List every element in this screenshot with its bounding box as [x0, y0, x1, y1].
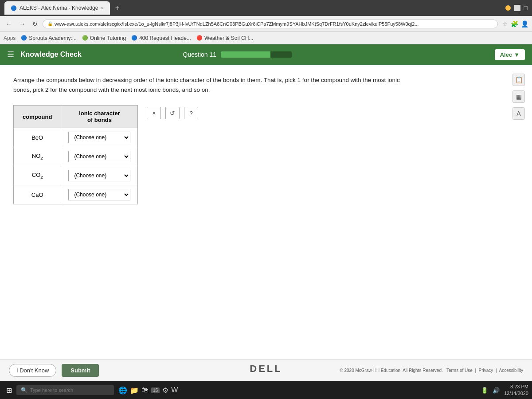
table-row: BeO (Choose one) 1 2 3 4	[14, 128, 138, 147]
progress-bar	[221, 51, 292, 58]
dropdown-cell-beo: (Choose one) 1 2 3 4	[61, 128, 138, 147]
lock-icon: 🔒	[47, 21, 53, 26]
new-tab-button[interactable]: +	[115, 4, 119, 12]
bookmark-400[interactable]: 🔵 400 Request Heade...	[131, 35, 191, 41]
400-icon: 🔵	[131, 35, 137, 41]
taskbar-edge-icon[interactable]: 🌐	[118, 386, 127, 395]
table-row: CO2 (Choose one) 1 2 3 4	[14, 166, 138, 185]
user-menu-button[interactable]: Alec ▼	[495, 49, 525, 60]
battery-icon: 🔋	[481, 387, 488, 394]
table-actions: × ↺ ?	[147, 105, 198, 119]
taskbar: ⊞ 🔍 🌐 📁 🛍 15 ⚙ W 🔋 🔊 8:23 PM 12/14/2020	[0, 381, 532, 399]
table-wrapper: compound ionic character of bonds BeO (C…	[13, 105, 519, 204]
back-button[interactable]: ←	[4, 20, 14, 28]
browser-tab[interactable]: 🔵 ALEKS - Alec Nema - Knowledge ×	[4, 1, 110, 15]
forward-button[interactable]: →	[17, 20, 27, 28]
taskbar-15-badge: 15	[151, 387, 160, 393]
table-row: CaO (Choose one) 1 2 3 4	[14, 185, 138, 204]
user-name: Alec	[500, 51, 512, 58]
refresh-button[interactable]: ↻	[30, 20, 40, 28]
title-bar: 🔵 ALEKS - Alec Nema - Knowledge × + □	[0, 0, 532, 16]
dropdown-no2[interactable]: (Choose one) 1 2 3 4	[68, 151, 130, 162]
aleks-header: ☰ Knowledge Check Question 11 Alec ▼	[0, 44, 532, 65]
compound-cao: CaO	[14, 185, 61, 204]
clock: 8:23 PM 12/14/2020	[504, 383, 528, 397]
tab-title: ALEKS - Alec Nema - Knowledge	[20, 5, 98, 11]
profile-icon[interactable]: 👤	[521, 20, 528, 27]
dropdown-cell-no2: (Choose one) 1 2 3 4	[61, 147, 138, 166]
compound-table: compound ionic character of bonds BeO (C…	[13, 105, 138, 204]
date-display: 12/14/2020	[504, 390, 528, 397]
question-label: Question 11	[183, 51, 292, 58]
compound-beo: BeO	[14, 128, 61, 147]
chevron-down-icon: ▼	[514, 51, 520, 58]
col-ionic-line2: of bonds	[87, 117, 112, 123]
extensions-icon[interactable]: 🧩	[511, 20, 518, 27]
apps-label: Apps	[4, 35, 16, 41]
dropdown-cell-cao: (Choose one) 1 2 3 4	[61, 185, 138, 204]
dropdown-beo[interactable]: (Choose one) 1 2 3 4	[68, 132, 130, 143]
col-ionic-line1: ionic character	[79, 110, 120, 117]
col-compound-header: compound	[14, 106, 61, 128]
tab-close-icon[interactable]: ×	[101, 5, 103, 11]
copyright-main: © 2020 McGraw-Hill Education. All Rights…	[340, 368, 442, 373]
tutoring-icon: 🟢	[82, 35, 88, 41]
tab-favicon: 🔵	[11, 5, 17, 11]
bookmark-star-icon[interactable]: ☆	[502, 20, 508, 27]
dropdown-cao[interactable]: (Choose one) 1 2 3 4	[68, 189, 130, 200]
bookmark-400-label: 400 Request Heade...	[139, 35, 191, 41]
search-input[interactable]	[30, 387, 101, 393]
sprouts-icon: 🔵	[21, 35, 27, 41]
taskbar-folder-icon[interactable]: 📁	[130, 386, 139, 395]
taskbar-chrome-icon[interactable]: ⚙	[162, 386, 168, 395]
question-text: Arrange the compounds below in decreasin…	[13, 75, 412, 94]
text-icon[interactable]: A	[512, 107, 525, 120]
search-box: 🔍	[16, 385, 114, 395]
url-bar[interactable]: 🔒 www-awu.aleks.com/alekscgi/x/Isl.exe/1…	[43, 20, 498, 28]
bookmark-tutoring-label: Online Tutoring	[90, 35, 126, 41]
app-title: Knowledge Check	[20, 51, 82, 59]
bookmark-weather[interactable]: 🔴 Weather & Soil CH...	[196, 35, 253, 41]
menu-icon[interactable]: ☰	[7, 50, 14, 59]
dropdown-co2[interactable]: (Choose one) 1 2 3 4	[68, 170, 130, 181]
side-icons-panel: 📋 ▦ A	[512, 74, 525, 120]
dropdown-cell-co2: (Choose one) 1 2 3 4	[61, 166, 138, 185]
taskbar-store-icon[interactable]: 🛍	[141, 386, 149, 394]
time-display: 8:23 PM	[504, 383, 528, 390]
copyright-text: © 2020 McGraw-Hill Education. All Rights…	[340, 368, 523, 373]
address-bar: ← → ↻ 🔒 www-awu.aleks.com/alekscgi/x/Isl…	[0, 16, 532, 32]
start-button[interactable]: ⊞	[4, 384, 15, 396]
clear-button[interactable]: ×	[147, 107, 161, 119]
help-button[interactable]: ?	[184, 107, 198, 119]
taskbar-app-icons: 🌐 📁 🛍 15 ⚙ W	[118, 386, 178, 395]
close-button[interactable]: □	[524, 4, 528, 12]
chart-icon[interactable]: ▦	[512, 90, 525, 103]
privacy-link[interactable]: Privacy	[479, 368, 493, 373]
weather-icon: 🔴	[196, 35, 203, 41]
table-row: NO2 (Choose one) 1 2 3 4	[14, 147, 138, 166]
compound-co2: CO2	[14, 166, 61, 185]
maximize-button[interactable]	[514, 5, 520, 11]
main-content: 📋 ▦ A Arrange the compounds below in dec…	[0, 65, 532, 359]
col-ionic-header: ionic character of bonds	[61, 106, 138, 128]
search-icon: 🔍	[21, 387, 27, 393]
dont-know-button[interactable]: I Don't Know	[9, 364, 56, 377]
progress-fill	[221, 51, 270, 58]
bookmarks-bar: Apps 🔵 Sprouts Academy:... 🟢 Online Tuto…	[0, 32, 532, 44]
taskbar-word-icon[interactable]: W	[171, 386, 178, 394]
url-text: www-awu.aleks.com/alekscgi/x/Isl.exe/1o_…	[55, 21, 419, 27]
bookmark-sprouts[interactable]: 🔵 Sprouts Academy:...	[21, 35, 76, 41]
minimize-button[interactable]	[505, 5, 511, 11]
volume-icon[interactable]: 🔊	[493, 387, 500, 394]
bookmark-weather-label: Weather & Soil CH...	[204, 35, 253, 41]
undo-button[interactable]: ↺	[165, 107, 180, 119]
notes-icon[interactable]: 📋	[512, 74, 525, 86]
bookmark-tutoring[interactable]: 🟢 Online Tutoring	[82, 35, 126, 41]
terms-link[interactable]: Terms of Use	[446, 368, 473, 373]
submit-button[interactable]: Submit	[62, 364, 99, 377]
compound-no2: NO2	[14, 147, 61, 166]
accessibility-link[interactable]: Accessibility	[499, 368, 523, 373]
bookmark-sprouts-label: Sprouts Academy:...	[29, 35, 76, 41]
dell-logo: DELL	[250, 363, 282, 375]
question-number-label: Question 11	[183, 51, 217, 58]
